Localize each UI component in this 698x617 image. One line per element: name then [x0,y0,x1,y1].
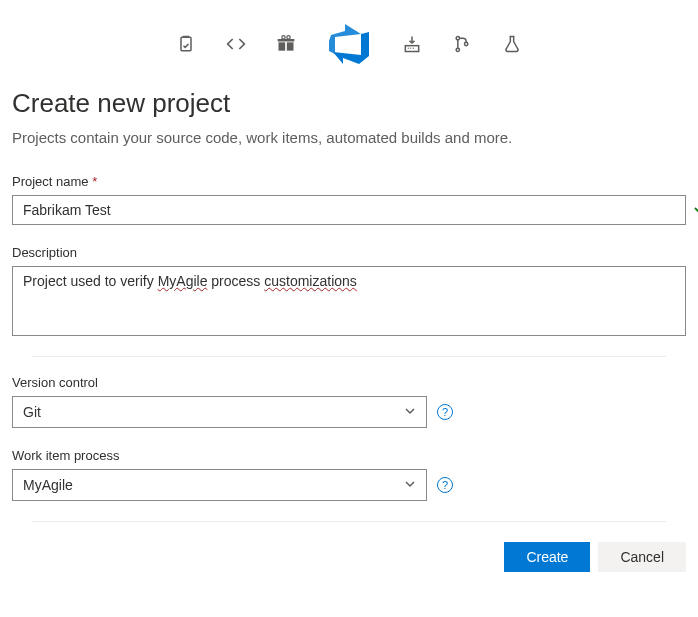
version-control-help-icon[interactable]: ? [437,404,453,420]
project-name-input[interactable] [12,195,686,225]
version-control-value: Git [23,404,41,420]
svg-point-7 [456,37,459,40]
branch-pull-icon [451,33,473,55]
cancel-button[interactable]: Cancel [598,542,686,572]
valid-check-icon [692,199,698,222]
create-button[interactable]: Create [504,542,590,572]
svg-point-8 [456,48,459,51]
clipboard-icon [175,33,197,55]
version-control-label: Version control [12,375,686,390]
svg-point-9 [465,42,468,45]
work-item-process-value: MyAgile [23,477,73,493]
gift-icon [275,33,297,55]
project-name-group: Project name * [12,174,686,225]
service-icon-row [12,12,686,88]
divider [32,356,666,357]
version-control-select[interactable]: Git [12,396,427,428]
code-icon [225,33,247,55]
version-control-group: Version control Git ? [12,375,686,428]
download-build-icon [401,33,423,55]
work-item-process-select[interactable]: MyAgile [12,469,427,501]
chevron-down-icon [404,478,416,493]
button-row: Create Cancel [12,542,686,572]
svg-point-5 [287,36,290,39]
chevron-down-icon [404,405,416,420]
svg-rect-2 [287,42,294,50]
page-title: Create new project [12,88,686,119]
work-item-process-help-icon[interactable]: ? [437,477,453,493]
svg-rect-3 [278,39,295,42]
azure-devops-icon [325,20,373,68]
project-name-label: Project name * [12,174,686,189]
description-input[interactable]: Project used to verify MyAgile process c… [12,266,686,336]
page-subtitle: Projects contain your source code, work … [12,129,686,146]
work-item-process-label: Work item process [12,448,686,463]
svg-rect-0 [181,37,191,50]
divider [32,521,666,522]
required-mark: * [92,174,97,189]
description-label: Description [12,245,686,260]
work-item-process-group: Work item process MyAgile ? [12,448,686,501]
flask-icon [501,33,523,55]
description-group: Description Project used to verify MyAgi… [12,245,686,336]
svg-rect-6 [405,46,418,52]
svg-rect-1 [279,42,286,50]
svg-point-4 [282,36,285,39]
